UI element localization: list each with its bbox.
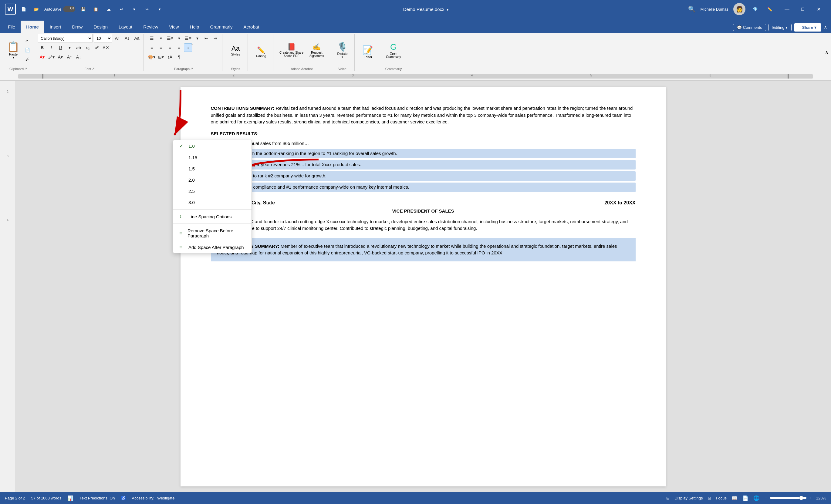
ribbon-icon[interactable]: 💎	[750, 4, 760, 14]
zoom-level[interactable]: 123%	[814, 496, 826, 500]
font-size-selector[interactable]: 10	[94, 34, 112, 42]
font-color-button[interactable]: A▾	[38, 53, 47, 61]
new-file-button[interactable]: 📄	[19, 4, 29, 14]
sort-button[interactable]: ↕A	[166, 53, 174, 61]
collapse-ribbon-button[interactable]: ∧	[824, 25, 827, 30]
font-color2-button[interactable]: A▾	[56, 53, 65, 61]
share-button[interactable]: ↑ Share ▾	[794, 23, 821, 32]
pen-icon[interactable]: ✏️	[765, 4, 775, 14]
zoom-out-button[interactable]: －	[764, 495, 768, 501]
add-space-after[interactable]: ≡ Add Space After Paragraph	[173, 241, 252, 253]
customize-qat[interactable]: ▾	[155, 4, 165, 14]
tab-help[interactable]: Help	[184, 21, 205, 33]
zoom-slider-thumb[interactable]	[799, 496, 803, 500]
save-button[interactable]: 💾	[78, 4, 88, 14]
close-button[interactable]: ✕	[811, 3, 826, 15]
copy-button[interactable]: 📄	[23, 46, 32, 54]
read-mode-icon[interactable]: 📖	[732, 495, 738, 501]
clipboard-expand[interactable]: ↗	[24, 67, 27, 71]
text-size-up[interactable]: A↑	[65, 53, 74, 61]
clear-formatting-button[interactable]: A✕	[102, 43, 110, 52]
grow-font-button[interactable]: A↑	[113, 34, 122, 42]
ruler-indent-left[interactable]	[42, 74, 44, 79]
maximize-button[interactable]: □	[795, 3, 810, 15]
increase-indent[interactable]: ⇥	[211, 34, 220, 42]
tab-layout[interactable]: Layout	[113, 21, 138, 33]
zoom-in-button[interactable]: ＋	[808, 495, 812, 501]
numbering-dropdown[interactable]: ▾	[175, 34, 183, 42]
multilevel-button[interactable]: ☰≡	[184, 34, 192, 42]
tab-draw[interactable]: Draw	[66, 21, 88, 33]
tab-acrobat[interactable]: Acrobat	[238, 21, 265, 33]
align-right[interactable]: ≡	[166, 43, 174, 52]
shading-button[interactable]: 🎨▾	[147, 53, 156, 61]
align-center[interactable]: ≡	[156, 43, 165, 52]
decrease-indent[interactable]: ⇤	[202, 34, 210, 42]
tab-file[interactable]: File	[2, 21, 21, 33]
dictate-button[interactable]: 🎙️ Dictate ▾	[335, 41, 349, 60]
focus-label[interactable]: Focus	[716, 496, 727, 500]
request-signatures-button[interactable]: ✍ RequestSignatures	[308, 42, 326, 59]
redo-button[interactable]: ↪	[142, 4, 152, 14]
paste-button[interactable]: 📋 Paste ▾	[5, 40, 22, 60]
tab-design[interactable]: Design	[88, 21, 113, 33]
spacing-1-15[interactable]: 1.15	[173, 152, 252, 163]
remove-space-before[interactable]: ≡ Remove Space Before Paragraph	[173, 225, 252, 241]
justify[interactable]: ≡	[175, 43, 183, 52]
filename-dropdown[interactable]: ▾	[447, 7, 449, 12]
bold-button[interactable]: B	[38, 43, 47, 52]
open-grammarly-button[interactable]: G OpenGrammarly	[384, 41, 403, 60]
save-cloud-button[interactable]: ☁	[104, 4, 113, 14]
shrink-font-button[interactable]: A↓	[123, 34, 132, 42]
editing-button[interactable]: Editing ▾	[769, 24, 792, 31]
tab-review[interactable]: Review	[138, 21, 164, 33]
line-spacing-button[interactable]: ↕ ▾	[184, 43, 192, 52]
underline-dropdown[interactable]: ▾	[65, 43, 74, 52]
font-name-selector[interactable]: Calibri (Body)	[38, 34, 92, 42]
numbering-button[interactable]: ☰#	[166, 34, 174, 42]
print-layout-icon[interactable]: 📄	[742, 495, 748, 501]
undo-dropdown[interactable]: ▾	[129, 4, 139, 14]
tab-view[interactable]: View	[164, 21, 184, 33]
tab-home[interactable]: Home	[21, 21, 44, 33]
editing-ribbon-button[interactable]: ✏️ Editing	[254, 45, 268, 59]
open-file-button[interactable]: 📂	[32, 4, 41, 14]
undo-button[interactable]: ↩	[116, 4, 126, 14]
tab-grammarly[interactable]: Grammarly	[204, 21, 238, 33]
web-layout-icon[interactable]: 🌐	[753, 495, 760, 501]
autosave-toggle-pill[interactable]	[63, 6, 75, 12]
font-expand[interactable]: ↗	[92, 67, 95, 71]
ruler-indent-right[interactable]	[787, 74, 789, 79]
editor-button[interactable]: 📝 Editor	[361, 44, 375, 60]
highlight-button[interactable]: 🖊▾	[47, 53, 56, 61]
minimize-button[interactable]: —	[779, 3, 795, 15]
format-painter-button[interactable]: 🖌	[23, 55, 32, 64]
text-size-dn[interactable]: A↓	[74, 53, 83, 61]
bullets-dropdown[interactable]: ▾	[156, 34, 165, 42]
subscript-button[interactable]: x₂	[83, 43, 92, 52]
underline-button[interactable]: U	[56, 43, 65, 52]
paragraph-expand[interactable]: ↗	[190, 67, 193, 71]
save-alt-button[interactable]: 📋	[91, 4, 101, 14]
spacing-1-5[interactable]: 1.5	[173, 163, 252, 174]
tab-insert[interactable]: Insert	[44, 21, 67, 33]
search-icon[interactable]: 🔍	[688, 5, 696, 13]
line-spacing-options[interactable]: ↕ Line Spacing Options...	[173, 211, 252, 222]
comments-button[interactable]: 💬 Comments	[733, 24, 766, 31]
styles-button[interactable]: Aa Styles	[229, 43, 242, 57]
show-marks[interactable]: ¶	[175, 53, 183, 61]
zoom-slider-track[interactable]	[770, 497, 806, 499]
spacing-2-5[interactable]: 2.5	[173, 186, 252, 197]
align-left[interactable]: ≡	[147, 43, 156, 52]
ribbon-collapse-btn[interactable]: ∧	[825, 34, 829, 71]
bullets-button[interactable]: ☰	[147, 34, 156, 42]
multilevel-dropdown[interactable]: ▾	[193, 34, 201, 42]
spacing-3-0[interactable]: 3.0	[173, 197, 252, 208]
spacing-1-0[interactable]: ✓ 1.0	[173, 140, 252, 152]
spacing-2-0[interactable]: 2.0	[173, 174, 252, 186]
italic-button[interactable]: I	[47, 43, 56, 52]
autosave-toggle[interactable]: AutoSave	[44, 6, 75, 12]
cut-button[interactable]: ✂	[23, 36, 32, 45]
create-share-pdf-button[interactable]: 📕 Create and ShareAdobe PDF	[278, 42, 305, 59]
display-settings[interactable]: Display Settings	[675, 496, 703, 500]
